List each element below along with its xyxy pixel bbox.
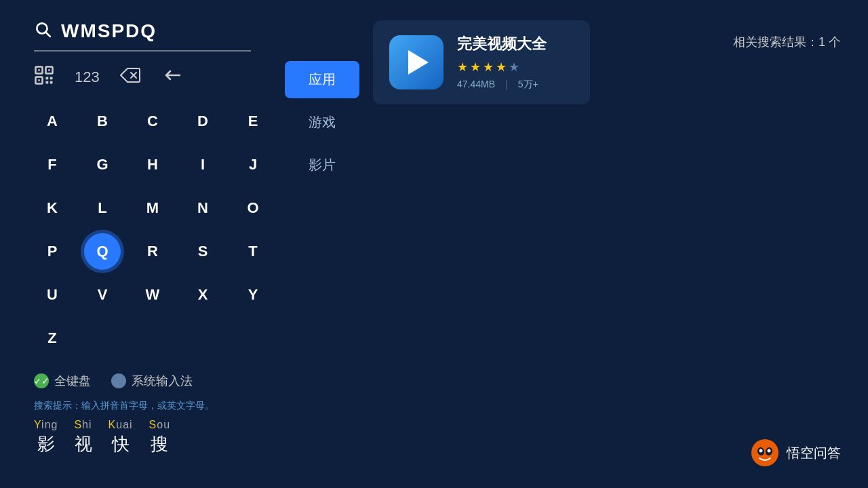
logo-icon xyxy=(750,438,780,468)
app-card[interactable]: 完美视频大全 ★★★★★ 47.44MB ｜ 5万+ xyxy=(373,20,590,104)
key-o[interactable]: O xyxy=(235,190,271,226)
delete-key[interactable] xyxy=(120,66,140,89)
pinyin-cn: 影 xyxy=(34,432,58,456)
key-z[interactable]: Z xyxy=(34,320,71,357)
pinyin-sou[interactable]: Sou 搜 xyxy=(149,419,170,456)
system-input-dot xyxy=(111,373,126,388)
play-icon xyxy=(408,50,429,75)
tab-movies[interactable]: 影片 xyxy=(285,146,359,184)
key-q[interactable]: Q xyxy=(84,233,121,270)
key-i[interactable]: I xyxy=(184,146,221,183)
pinyin-suggestions: Ying 影 Shi 视 Kuai 快 Sou 搜 xyxy=(34,419,251,456)
search-hint: 搜索提示：输入拼音首字母，或英文字母。 xyxy=(34,400,251,412)
right-panel: 应用游戏影片 完美视频大全 ★★★★★ 47.44MB ｜ 5万+ xyxy=(285,0,868,488)
svg-point-14 xyxy=(751,439,778,466)
key-j[interactable]: J xyxy=(235,146,271,183)
pinyin-label: Ying xyxy=(34,419,58,431)
input-mode-row: ✓ 全键盘 系统输入法 xyxy=(34,373,251,389)
star-1: ★ xyxy=(457,60,468,75)
app-downloads: 5万+ xyxy=(518,79,538,89)
app-meta: 47.44MB ｜ 5万+ xyxy=(457,79,547,91)
key-k[interactable]: K xyxy=(34,190,71,226)
key-e[interactable]: E xyxy=(235,103,271,140)
letter-grid: ABCDEFGHIJKLMNOPQRSTUVWXYZ xyxy=(34,103,251,357)
svg-rect-7 xyxy=(38,79,40,81)
app-info: 完美视频大全 ★★★★★ 47.44MB ｜ 5万+ xyxy=(457,34,547,91)
pinyin-label: Kuai xyxy=(108,419,133,431)
key-g[interactable]: G xyxy=(84,146,121,183)
category-tabs: 应用游戏影片 xyxy=(285,0,359,488)
svg-rect-11 xyxy=(50,81,53,84)
key-x[interactable]: X xyxy=(184,277,221,313)
left-panel: WMSPDQ 123 xyxy=(0,0,285,488)
svg-rect-8 xyxy=(46,77,49,80)
keyboard-controls: 123 xyxy=(34,65,251,89)
key-n[interactable]: N xyxy=(184,190,221,226)
system-input-option[interactable]: 系统输入法 xyxy=(111,373,193,389)
pinyin-cn: 视 xyxy=(74,432,92,456)
full-keyboard-label: 全键盘 xyxy=(54,373,91,389)
key-a[interactable]: A xyxy=(34,103,71,140)
full-keyboard-option[interactable]: ✓ 全键盘 xyxy=(34,373,91,389)
result-count: 相关搜索结果：1 个 xyxy=(733,34,841,50)
logo-text: 悟空问答 xyxy=(787,444,841,462)
svg-point-17 xyxy=(760,449,763,453)
pinyin-kuai[interactable]: Kuai 快 xyxy=(108,419,133,456)
search-query: WMSPDQ xyxy=(61,20,157,42)
svg-line-1 xyxy=(46,33,50,37)
qr-key[interactable] xyxy=(34,65,54,89)
search-icon xyxy=(34,20,52,42)
key-b[interactable]: B xyxy=(84,103,121,140)
star-row: ★★★★★ xyxy=(457,60,547,75)
star-3: ★ xyxy=(483,60,494,75)
key-y[interactable]: Y xyxy=(235,277,271,313)
key-v[interactable]: V xyxy=(84,277,121,313)
star-2: ★ xyxy=(470,60,481,75)
key-l[interactable]: L xyxy=(84,190,121,226)
system-input-label: 系统输入法 xyxy=(132,373,193,389)
key-w[interactable]: W xyxy=(134,277,171,313)
key-t[interactable]: T xyxy=(235,233,271,270)
svg-point-18 xyxy=(768,449,771,453)
pinyin-cn: 快 xyxy=(108,432,133,456)
app-name: 完美视频大全 xyxy=(457,34,547,54)
svg-rect-6 xyxy=(48,69,50,71)
app-icon xyxy=(389,35,443,89)
svg-rect-9 xyxy=(50,77,53,80)
app-size: 47.44MB xyxy=(457,79,495,89)
star-5: ★ xyxy=(509,60,519,75)
tab-games[interactable]: 游戏 xyxy=(285,104,359,141)
key-d[interactable]: D xyxy=(184,103,221,140)
key-r[interactable]: R xyxy=(134,233,171,270)
key-f[interactable]: F xyxy=(34,146,71,183)
key-c[interactable]: C xyxy=(134,103,171,140)
key-p[interactable]: P xyxy=(34,233,71,270)
svg-rect-10 xyxy=(46,81,49,84)
meta-divider: ｜ xyxy=(502,79,511,89)
search-bar: WMSPDQ xyxy=(34,20,251,52)
key-s[interactable]: S xyxy=(184,233,221,270)
star-4: ★ xyxy=(496,60,507,75)
pinyin-shi[interactable]: Shi 视 xyxy=(74,419,92,456)
pinyin-cn: 搜 xyxy=(149,432,170,456)
results-area: 完美视频大全 ★★★★★ 47.44MB ｜ 5万+ xyxy=(359,0,868,488)
backspace-key[interactable] xyxy=(161,66,181,88)
pinyin-label: Sou xyxy=(149,419,170,431)
tab-apps[interactable]: 应用 xyxy=(285,61,359,98)
svg-rect-5 xyxy=(38,69,40,71)
key-h[interactable]: H xyxy=(134,146,171,183)
pinyin-ying[interactable]: Ying 影 xyxy=(34,419,58,456)
bottom-logo: 悟空问答 xyxy=(750,438,841,468)
numbers-key[interactable]: 123 xyxy=(75,68,100,86)
key-u[interactable]: U xyxy=(34,277,71,313)
key-m[interactable]: M xyxy=(134,190,171,226)
full-keyboard-dot: ✓ xyxy=(34,373,49,388)
pinyin-label: Shi xyxy=(74,419,92,431)
